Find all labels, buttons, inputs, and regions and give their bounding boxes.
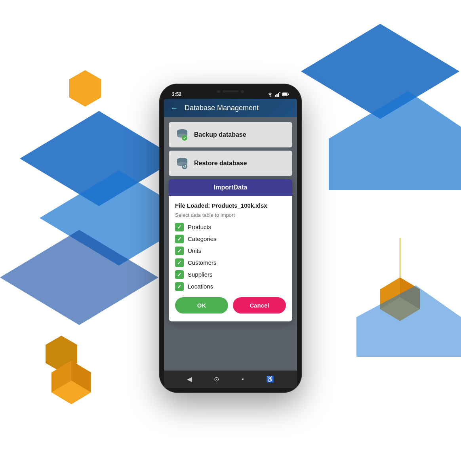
svg-marker-11 [380, 277, 400, 309]
cancel-button[interactable]: Cancel [233, 297, 286, 314]
svg-rect-17 [276, 94, 278, 97]
dialog-header: ImportData [169, 179, 292, 196]
status-time: 3:52 [172, 92, 181, 97]
checkbox-suppliers[interactable]: ✓ Suppliers [175, 270, 286, 279]
camera-dot [217, 90, 220, 93]
svg-text:✓: ✓ [183, 136, 186, 140]
svg-marker-0 [20, 111, 178, 206]
svg-point-15 [270, 96, 271, 96]
speaker-slot [223, 90, 238, 92]
checkbox-products[interactable]: ✓ Products [175, 223, 286, 231]
checkbox-label-categories: Categories [188, 235, 217, 242]
bottom-nav: ◀ ⊙ ▪ ♿ [164, 371, 297, 388]
restore-db-icon: ↺ [175, 156, 189, 170]
checkbox-checked-customers: ✓ [175, 258, 184, 267]
svg-marker-14 [356, 285, 461, 357]
nav-back-button[interactable]: ◀ [187, 375, 192, 383]
checkbox-locations[interactable]: ✓ Locations [175, 282, 286, 291]
svg-marker-6 [46, 336, 77, 372]
notch-camera [217, 90, 244, 93]
ok-button[interactable]: OK [175, 297, 228, 314]
checkbox-label-locations: Locations [188, 283, 213, 290]
svg-marker-9 [71, 361, 91, 392]
backup-database-item[interactable]: ✓ Backup database [169, 122, 292, 147]
nav-accessibility-button[interactable]: ♿ [266, 375, 274, 383]
svg-marker-3 [301, 24, 459, 119]
dialog-body: File Loaded: Products_100k.xlsx Select d… [169, 196, 292, 321]
phone-device: 3:52 [159, 84, 302, 393]
backup-label: Backup database [194, 131, 246, 138]
app-bar-title: Database Management [185, 104, 259, 112]
svg-rect-16 [275, 95, 276, 97]
back-button[interactable]: ← [170, 103, 178, 113]
signal-icon [275, 92, 280, 97]
nav-recents-button[interactable]: ▪ [242, 376, 244, 383]
backup-db-icon: ✓ [175, 128, 189, 142]
svg-rect-22 [282, 93, 287, 96]
svg-line-19 [279, 92, 280, 93]
checkbox-label-suppliers: Suppliers [188, 271, 213, 278]
status-icons [267, 92, 289, 97]
battery-icon [282, 92, 289, 96]
svg-marker-4 [329, 91, 461, 190]
checkbox-label-units: Units [188, 247, 201, 254]
screen-content: ✓ Backup database ↺ Restore database [164, 117, 297, 371]
checkbox-label-customers: Customers [188, 259, 217, 266]
wifi-icon [267, 92, 273, 97]
checkbox-checked-locations: ✓ [175, 282, 184, 291]
svg-marker-10 [380, 277, 420, 321]
phone-frame: 3:52 [159, 84, 302, 393]
svg-marker-5 [69, 70, 101, 107]
svg-marker-2 [0, 230, 158, 325]
checkbox-checked-units: ✓ [175, 247, 184, 255]
checkbox-checked-categories: ✓ [175, 235, 184, 243]
app-bar: ← Database Management [164, 99, 297, 117]
checkbox-units[interactable]: ✓ Units [175, 247, 286, 255]
nav-home-button[interactable]: ⊙ [214, 375, 219, 383]
svg-rect-21 [288, 94, 289, 95]
checkbox-checked-products: ✓ [175, 223, 184, 231]
restore-label: Restore database [194, 160, 247, 167]
svg-marker-8 [51, 361, 71, 392]
checkbox-checked-suppliers: ✓ [175, 270, 184, 279]
sensor-dot [241, 90, 244, 93]
dialog-title: ImportData [214, 184, 247, 191]
phone-screen: ← Database Management ✓ Backup database [164, 99, 297, 388]
file-loaded-text: File Loaded: Products_100k.xlsx [175, 202, 286, 209]
restore-database-item[interactable]: ↺ Restore database [169, 151, 292, 176]
dialog-actions: OK Cancel [175, 297, 286, 315]
checkbox-label-products: Products [188, 224, 211, 230]
checkbox-categories[interactable]: ✓ Categories [175, 235, 286, 243]
checkbox-list: ✓ Products ✓ Categories [175, 223, 286, 291]
svg-marker-12 [400, 277, 420, 309]
svg-rect-18 [278, 93, 279, 97]
checkbox-customers[interactable]: ✓ Customers [175, 258, 286, 267]
svg-marker-7 [51, 361, 91, 404]
select-prompt: Select data table to import [175, 212, 286, 218]
svg-text:↺: ↺ [183, 164, 186, 169]
import-dialog: ImportData File Loaded: Products_100k.xl… [169, 179, 292, 321]
